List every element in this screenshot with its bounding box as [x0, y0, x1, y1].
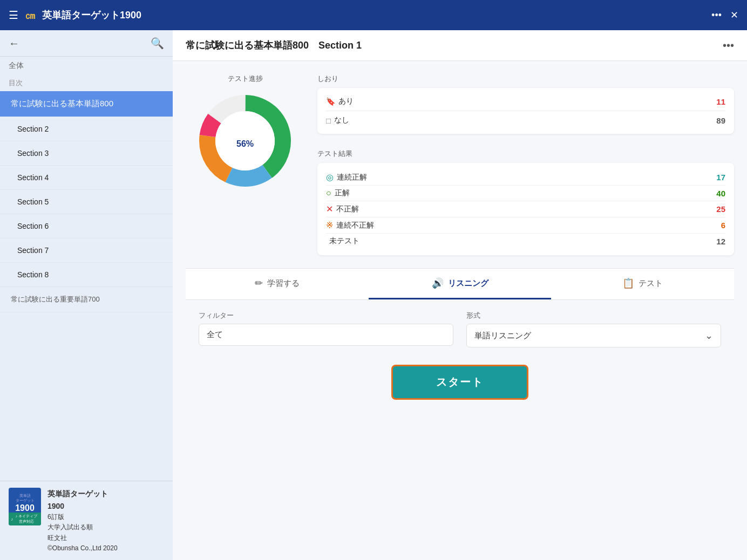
clipboard-icon: 📋 [622, 277, 634, 289]
filter-label: フィルター [199, 311, 453, 320]
test-results-card: ◎ 連続正解 17 ○ 正解 40 [317, 163, 734, 255]
app-title: 英単語ターゲット1900 [42, 9, 141, 22]
format-col: 形式 単語リスニング ⌄ [466, 311, 721, 347]
bookmark-label: しおり [317, 74, 734, 84]
filter-col: フィルター 全て [199, 311, 453, 347]
titlebar-left: ☰ ㎝ 英単語ターゲット1900 [9, 8, 141, 23]
search-button[interactable]: 🔍 [151, 37, 164, 50]
test-results-section: テスト結果 ◎ 連続正解 17 ○ [317, 149, 734, 255]
bookmark-section: しおり 🔖 あり 11 □ [317, 74, 734, 140]
result-consecutive-incorrect-name: ※ 連続不正解 [326, 220, 374, 230]
chevron-down-icon: ⌄ [705, 330, 713, 342]
speaker-icon: 🔊 [432, 277, 444, 289]
result-correct-count: 40 [716, 189, 725, 198]
book-subtitle: 大学入試出る順 [47, 522, 118, 532]
tab-test[interactable]: 📋 テスト [551, 269, 734, 299]
bookmark-nashi-count: 89 [716, 116, 725, 125]
result-consecutive-incorrect-count: 6 [721, 221, 725, 230]
titlebar: ☰ ㎝ 英単語ターゲット1900 ••• ✕ [0, 0, 747, 30]
result-incorrect-name: ✕ 不正解 [326, 204, 359, 214]
percent-suffix: % [246, 139, 254, 148]
sidebar-item-section8[interactable]: Section 8 [0, 263, 173, 287]
titlebar-controls: ••• ✕ [711, 9, 738, 21]
format-label: 形式 [466, 311, 721, 320]
bookmark-empty-icon: □ [326, 116, 331, 125]
result-row-consecutive-incorrect: ※ 連続不正解 6 [326, 217, 725, 234]
start-button-area: スタート [199, 354, 721, 411]
content-header: 常に試験に出る基本単語800 Section 1 ••• [173, 30, 747, 61]
book-title: 英単語ターゲット 1900 [47, 488, 118, 512]
start-button[interactable]: スタート [391, 365, 528, 400]
donut-chart: 56% [196, 92, 294, 189]
result-correct-name: ○ 正解 [326, 188, 350, 198]
x-icon: ✕ [326, 204, 333, 214]
sidebar: ← 🔍 全体 目次 常に試験に出る基本単語800 Section 2 Secti… [0, 30, 173, 560]
sidebar-nav: ← 🔍 [0, 30, 173, 57]
bookmark-ari-text: 🔖 あり [326, 97, 354, 106]
main-layout: ← 🔍 全体 目次 常に試験に出る基本単語800 Section 2 Secti… [0, 30, 747, 560]
result-row-correct: ○ 正解 40 [326, 186, 725, 201]
sidebar-toc-label: 目次 [0, 75, 173, 91]
format-select[interactable]: 単語リスニング ⌄ [466, 324, 721, 347]
sidebar-item-section6[interactable]: Section 6 [0, 214, 173, 238]
format-value: 単語リスニング [474, 331, 531, 341]
sidebar-item-section5[interactable]: Section 5 [0, 190, 173, 214]
progress-area: テスト進捗 [186, 74, 304, 255]
result-row-consecutive-correct: ◎ 連続正解 17 [326, 169, 725, 186]
stats-row: テスト進捗 [186, 74, 734, 255]
sidebar-all-label: 全体 [0, 57, 173, 75]
result-row-untested: 未テスト 12 [326, 234, 725, 249]
bookmark-card: 🔖 あり 11 □ なし 89 [317, 88, 734, 134]
bookmark-row-ari: 🔖 あり 11 [326, 94, 725, 108]
sidebar-item-section4[interactable]: Section 4 [0, 166, 173, 190]
content-area: 常に試験に出る基本単語800 Section 1 ••• テスト進捗 [173, 30, 747, 560]
more-options-icon[interactable]: ••• [711, 10, 722, 21]
close-icon[interactable]: ✕ [730, 9, 738, 21]
book-copyright: ©Obunsha Co.,Ltd 2020 [47, 543, 118, 554]
result-row-incorrect: ✕ 不正解 25 [326, 201, 725, 217]
back-button[interactable]: ← [9, 37, 19, 50]
book-publisher: 旺文社 [47, 533, 118, 543]
content-title: 常に試験に出る基本単語800 Section 1 [186, 39, 362, 52]
app-logo-icon: ㎝ [25, 8, 36, 23]
filter-area: フィルター 全て 形式 単語リスニング ⌄ スタート [186, 300, 734, 421]
sidebar-item-section3[interactable]: Section 3 [0, 141, 173, 166]
tabs-row: ✏ 学習する 🔊 リスニング 📋 テスト [186, 268, 734, 300]
pencil-icon: ✏ [255, 277, 263, 289]
asterisk-icon: ※ [326, 220, 333, 230]
content-more-icon[interactable]: ••• [723, 39, 734, 52]
progress-label: テスト進捗 [228, 74, 263, 84]
tab-study[interactable]: ✏ 学習する [186, 269, 369, 299]
result-untested-name: 未テスト [326, 236, 359, 246]
donut-percent: 56% [236, 131, 254, 151]
right-stats: しおり 🔖 あり 11 □ [317, 74, 734, 255]
circle-icon: ○ [326, 188, 331, 198]
sidebar-item-section2[interactable]: Section 2 [0, 117, 173, 141]
sidebar-scroll[interactable]: 全体 目次 常に試験に出る基本単語800 Section 2 Section 3… [0, 57, 173, 481]
result-consecutive-correct-count: 17 [716, 173, 725, 182]
menu-icon[interactable]: ☰ [9, 9, 18, 22]
bookmark-row-nashi: □ なし 89 [326, 111, 725, 127]
book-audio-badge: ♪♪ ネイティブ音声対応 [9, 513, 41, 525]
book-details: 英単語ターゲット 1900 6訂版 大学入試出る順 旺文社 ©Obunsha C… [47, 488, 118, 554]
test-results-label: テスト結果 [317, 149, 734, 159]
filter-value[interactable]: 全て [199, 324, 453, 346]
bookmark-filled-icon: 🔖 [326, 97, 335, 106]
filter-row: フィルター 全て 形式 単語リスニング ⌄ [199, 311, 721, 347]
sidebar-book-info: 英単語ターゲット 1900 🐶 ♪♪ ネイティブ音声対応 英単語ターゲット 19… [0, 481, 173, 560]
result-incorrect-count: 25 [716, 204, 725, 214]
content-body: テスト進捗 [173, 61, 747, 560]
bookmark-ari-count: 11 [716, 97, 725, 106]
double-circle-icon: ◎ [326, 172, 334, 182]
sidebar-item-group2[interactable]: 常に試験に出る重要単語700 [0, 287, 173, 312]
sidebar-item-main[interactable]: 常に試験に出る基本単語800 [0, 91, 173, 117]
tab-listening[interactable]: 🔊 リスニング [369, 269, 552, 299]
result-consecutive-correct-name: ◎ 連続正解 [326, 172, 367, 182]
bookmark-nashi-text: □ なし [326, 115, 349, 125]
sidebar-item-section7[interactable]: Section 7 [0, 238, 173, 263]
result-untested-count: 12 [716, 237, 725, 246]
book-edition: 6訂版 [47, 512, 118, 522]
book-cover: 英単語ターゲット 1900 🐶 ♪♪ ネイティブ音声対応 [9, 488, 41, 525]
